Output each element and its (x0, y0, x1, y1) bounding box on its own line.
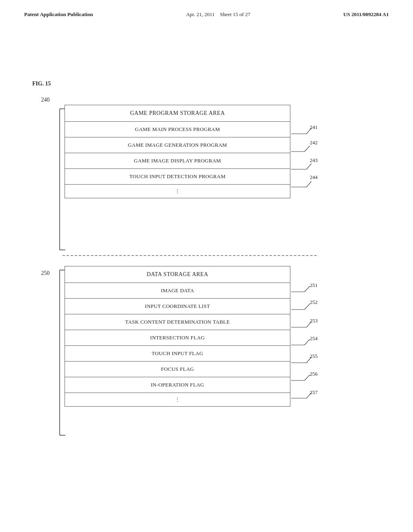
program-storage-section: GAME PROGRAM STORAGE AREA GAME MAIN PROC… (65, 105, 290, 198)
program-dots: ⋮ (65, 185, 290, 198)
data-storage-section: DATA STORAGE AREA IMAGE DATA INPUT COORD… (65, 266, 290, 407)
ref-256: 256 (310, 371, 318, 377)
header-publication: Patent Application Publication (24, 11, 93, 18)
program-item-3: TOUCH INPUT DETECTION PROGRAM (65, 168, 290, 185)
ref-254: 254 (310, 335, 318, 342)
ref-257: 257 (310, 389, 318, 396)
data-item-3: INTERSECTION FLAG (65, 330, 290, 345)
ref-242: 242 (310, 139, 318, 146)
dashed-separator (63, 255, 317, 256)
label-250: 250 (41, 270, 50, 276)
data-item-2: TASK CONTENT DETERMINATION TABLE (65, 314, 290, 330)
program-item-0: GAME MAIN PROCESS PROGRAM (65, 121, 290, 137)
svg-line-25 (305, 375, 310, 380)
svg-line-15 (305, 286, 310, 292)
svg-line-17 (305, 304, 310, 310)
svg-line-21 (305, 339, 310, 345)
data-item-6: IN-OPERATION FLAG (65, 377, 290, 393)
data-item-5: FOCUS FLAG (65, 361, 290, 377)
svg-line-9 (305, 146, 310, 152)
program-section-title: GAME PROGRAM STORAGE AREA (65, 105, 290, 121)
data-item-4: TOUCH INPUT FLAG (65, 345, 290, 361)
ref-253: 253 (310, 318, 318, 324)
header-sheet: Sheet 15 of 27 (220, 11, 250, 17)
ref-252: 252 (310, 299, 318, 305)
program-item-2: GAME IMAGE DISPLAY PROGRAM (65, 153, 290, 168)
header-date-sheet: Apr. 21, 2011 Sheet 15 of 27 (186, 11, 250, 18)
data-item-0: IMAGE DATA (65, 283, 290, 298)
data-item-1: INPUT COORDINATE LIST (65, 298, 290, 314)
header-patent-number: US 2011/0092284 A1 (343, 11, 389, 18)
ref-251: 251 (310, 282, 318, 289)
label-240: 240 (41, 97, 50, 103)
ref-241: 241 (310, 124, 318, 131)
ref-255: 255 (310, 353, 318, 360)
ref-244: 244 (310, 174, 318, 181)
program-item-1: GAME IMAGE GENERATION PROGRAM (65, 137, 290, 153)
svg-line-11 (307, 164, 311, 169)
data-section-title: DATA STORAGE AREA (65, 266, 290, 283)
header-date: Apr. 21, 2011 (186, 11, 215, 17)
page-header: Patent Application Publication Apr. 21, … (0, 0, 413, 18)
figure-label: FIG. 15 (32, 81, 51, 87)
data-dots: ⋮ (65, 393, 290, 407)
ref-243: 243 (310, 157, 318, 164)
svg-line-13 (307, 181, 311, 187)
